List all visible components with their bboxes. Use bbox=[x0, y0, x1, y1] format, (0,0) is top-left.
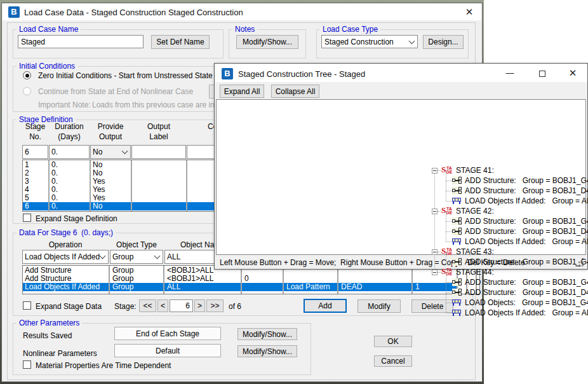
tree-item[interactable]: ADD Structure: Group = BOBJ1_G44 bbox=[465, 277, 588, 287]
table-cell bbox=[244, 283, 281, 291]
load-case-name-input[interactable]: Staged bbox=[18, 35, 144, 48]
ok-button[interactable]: OK bbox=[374, 336, 412, 347]
table-cell: Yes bbox=[93, 186, 130, 194]
tree-item[interactable]: ADD Structure: Group = BOBJ1_G41 bbox=[465, 175, 588, 186]
tree-item[interactable]: ADD Structure: Group = BOBJ1_G42 bbox=[465, 216, 588, 226]
tree-line bbox=[446, 292, 446, 303]
add-structure-icon bbox=[452, 217, 462, 225]
stage-prev-button[interactable]: < bbox=[157, 299, 168, 312]
continue-from-state-label: Continue from State at End of Nonlinear … bbox=[38, 87, 193, 96]
table-cell: Add Structure bbox=[25, 266, 107, 275]
tree-line bbox=[446, 181, 446, 191]
tree-item[interactable]: STAGE 42: bbox=[456, 206, 494, 216]
tree-line bbox=[446, 313, 451, 313]
tree-expand-icon[interactable] bbox=[432, 249, 438, 255]
operation-dropdown[interactable]: Load Objects If Added bbox=[22, 250, 109, 264]
column-header: Label bbox=[131, 132, 186, 141]
column-separator bbox=[241, 266, 242, 294]
stage-icon: STAGE bbox=[441, 248, 453, 256]
design-button[interactable]: Design... bbox=[423, 35, 464, 49]
zero-initial-conditions-label: Zero Initial Conditions - Start from Uns… bbox=[38, 71, 213, 80]
cancel-button[interactable]: Cancel bbox=[374, 355, 412, 367]
load-objects-icon bbox=[452, 197, 462, 205]
tree-line bbox=[446, 262, 451, 263]
nonlinear-parameters-label: Nonlinear Parameters bbox=[23, 349, 97, 358]
tree-titlebar[interactable]: B Staged Construction Tree - Staged — ✕ bbox=[215, 64, 587, 82]
tree-item[interactable]: STAGE 41: bbox=[456, 165, 494, 175]
zero-initial-conditions-radio[interactable] bbox=[23, 71, 31, 79]
tree-line bbox=[446, 170, 446, 181]
results-saved-modify-button[interactable]: Modify/Show... bbox=[237, 328, 297, 340]
staged-construction-tree-window: B Staged Construction Tree - Staged — ✕ … bbox=[214, 63, 588, 270]
stage-next-button[interactable]: > bbox=[194, 299, 205, 312]
main-dialog-title: Load Case Data - Staged Construction Sta… bbox=[24, 8, 243, 17]
add-button[interactable]: Add bbox=[304, 299, 347, 313]
column-header: Provide bbox=[90, 122, 131, 131]
load-case-type-dropdown[interactable]: Staged Construction bbox=[321, 35, 418, 48]
tree-item[interactable]: STAGE 43: bbox=[456, 247, 494, 257]
stage-first-button[interactable]: << bbox=[139, 299, 156, 312]
maximize-icon[interactable] bbox=[539, 71, 545, 77]
table-cell bbox=[134, 177, 185, 186]
tree-expand-icon[interactable] bbox=[432, 270, 438, 275]
tree-item[interactable]: ADD Structure: Group = BOBJ1_D42 bbox=[465, 226, 588, 237]
tree-line bbox=[446, 221, 451, 222]
nonlinear-modify-button[interactable]: Modify/Show... bbox=[237, 345, 297, 357]
set-def-name-button[interactable]: Set Def Name bbox=[151, 35, 210, 49]
column-separator bbox=[411, 266, 413, 294]
table-cell: 0. bbox=[51, 161, 88, 169]
tree-line bbox=[446, 181, 451, 181]
minimize-icon[interactable]: — bbox=[505, 68, 515, 78]
table-cell: Group bbox=[112, 266, 162, 275]
stage-last-button[interactable]: >> bbox=[206, 299, 224, 312]
tree-item[interactable]: LOAD Objects If Added: Group = ALL; Load… bbox=[465, 196, 588, 206]
tree-item[interactable]: ADD Structure: Group = BOBJ1_D41 bbox=[465, 186, 588, 196]
output-label-edit-cell[interactable] bbox=[131, 145, 186, 159]
expand-stage-data-label: Expand Stage Data bbox=[36, 302, 102, 311]
stage-no-edit-cell[interactable]: 6 bbox=[22, 145, 48, 159]
expand-stage-data-checkbox[interactable] bbox=[23, 301, 31, 310]
collapse-all-button[interactable]: Collapse All bbox=[271, 85, 319, 98]
main-titlebar[interactable]: B Load Case Data - Staged Construction S… bbox=[3, 4, 481, 20]
tree-item[interactable]: ADD Structure: Group = BOBJ1_D44 bbox=[465, 287, 588, 298]
object-type-dropdown[interactable]: Group bbox=[110, 250, 163, 264]
add-structure-icon bbox=[452, 289, 462, 296]
tree-expand-icon[interactable] bbox=[432, 209, 438, 214]
add-structure-icon bbox=[452, 177, 462, 184]
table-cell bbox=[134, 161, 185, 169]
notes-modify-show-button[interactable]: Modify/Show... bbox=[236, 35, 298, 49]
column-header: (Days) bbox=[49, 132, 90, 141]
close-icon[interactable]: ✕ bbox=[568, 67, 578, 79]
column-header: Operation bbox=[22, 240, 109, 249]
add-structure-icon bbox=[452, 187, 462, 195]
stage-nav-label: Stage: bbox=[114, 302, 137, 311]
tree-item[interactable]: LOAD Objects: Group = BOBJ1_G43; Load Ty… bbox=[465, 298, 588, 308]
close-icon[interactable]: ✕ bbox=[464, 6, 475, 18]
app-logo-icon: B bbox=[8, 6, 20, 18]
tree-item[interactable]: LOAD Objects If Added: Group = ALL; Load… bbox=[465, 237, 588, 247]
table-cell: 0. bbox=[51, 202, 88, 210]
tree-item[interactable]: ADD Structure: Group = BOBJ1_G43 bbox=[465, 257, 588, 267]
column-separator bbox=[186, 160, 187, 211]
table-cell bbox=[134, 186, 185, 194]
table-cell bbox=[134, 202, 185, 210]
duration-edit-cell[interactable]: 0. bbox=[49, 145, 90, 159]
column-header: No. bbox=[22, 132, 48, 141]
expand-all-button[interactable]: Expand All bbox=[220, 85, 264, 98]
column-separator bbox=[109, 266, 110, 294]
column-separator bbox=[337, 266, 338, 294]
stage-number-input[interactable]: 6 bbox=[170, 299, 193, 312]
time-dependent-checkbox[interactable] bbox=[23, 360, 31, 369]
table-cell: 0. bbox=[51, 194, 88, 202]
expand-stage-definition-checkbox[interactable] bbox=[23, 214, 31, 222]
tree-line bbox=[446, 191, 451, 191]
modify-button[interactable]: Modify bbox=[357, 299, 401, 313]
tree-expand-icon[interactable] bbox=[432, 168, 438, 174]
table-cell: 0. bbox=[51, 177, 88, 186]
provide-output-dropdown[interactable]: No bbox=[90, 145, 131, 159]
continue-from-state-radio[interactable] bbox=[23, 87, 31, 95]
add-structure-icon bbox=[452, 278, 462, 286]
table-cell: 2 bbox=[25, 169, 47, 177]
tree-item[interactable]: LOAD Objects If Added: Group = ALL; Load… bbox=[465, 308, 588, 318]
tree-item[interactable]: STAGE 44: bbox=[456, 267, 494, 277]
